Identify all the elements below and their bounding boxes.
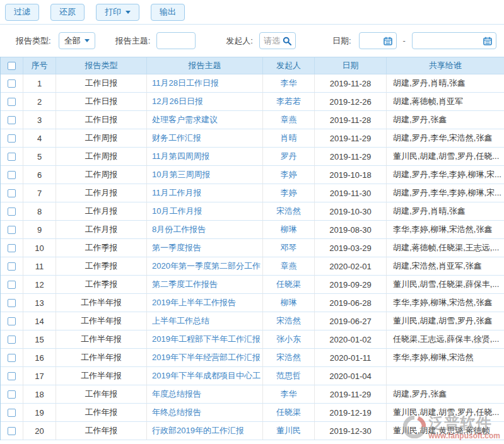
report-subject-link[interactable]: 10月第三周周报 xyxy=(152,169,210,180)
initiator-link[interactable]: 任晓渠 xyxy=(276,279,301,290)
subject-input[interactable] xyxy=(156,32,196,49)
initiator-link[interactable]: 李华 xyxy=(281,78,297,89)
initiator-link[interactable]: 李若若 xyxy=(276,96,301,107)
report-subject-link[interactable]: 2019年下半年经营部工作汇报 xyxy=(152,352,261,363)
column-header-subject: 报告主题 xyxy=(147,57,263,74)
calendar-icon[interactable] xyxy=(483,37,492,45)
initiator-link[interactable]: 宋浩然 xyxy=(276,315,301,327)
initiator-link[interactable]: 章燕 xyxy=(281,260,297,272)
report-type: 工作年报 xyxy=(56,385,147,403)
row-checkbox[interactable] xyxy=(8,207,16,216)
report-subject-link[interactable]: 2020年第一季度第二部分工作 xyxy=(152,260,261,272)
table-row: 1 工作日报 11月28日工作日报 李华 2019-11-28 胡建,罗丹,肖晴… xyxy=(1,74,504,93)
initiator-link[interactable]: 宋浩然 xyxy=(276,206,301,217)
filter-button[interactable]: 过滤 xyxy=(5,4,39,21)
row-checkbox[interactable] xyxy=(8,189,16,197)
report-type: 工作季报 xyxy=(56,276,147,293)
row-checkbox-cell xyxy=(1,404,23,421)
row-number: 14 xyxy=(23,312,56,330)
row-number: 15 xyxy=(23,330,56,348)
initiator-link[interactable]: 柳琳 xyxy=(281,297,297,308)
calendar-icon[interactable] xyxy=(384,37,392,45)
report-subject-link[interactable]: 年度总结报告 xyxy=(152,389,201,400)
initiator-link[interactable]: 李华 xyxy=(281,389,297,400)
row-checkbox[interactable] xyxy=(8,390,16,399)
report-subject-link[interactable]: 第一季度报告 xyxy=(152,242,201,254)
report-subject-link[interactable]: 11月第四周周报 xyxy=(152,151,210,162)
row-checkbox-cell xyxy=(1,294,23,312)
date-to-input[interactable] xyxy=(412,32,496,49)
report-subject-link[interactable]: 2019年工程部下半年工作汇报 xyxy=(152,334,261,345)
report-subject-link[interactable]: 10月工作月报 xyxy=(152,206,202,217)
column-header-shared-with: 共享给谁 xyxy=(387,57,504,74)
restore-button[interactable]: 还原 xyxy=(50,4,85,21)
report-subject-link[interactable]: 上半年工作总结 xyxy=(152,315,209,327)
row-checkbox-cell xyxy=(1,221,23,238)
table-row: 6 工作周报 10月第三周周报 李婷 2019-10-18 胡建,罗丹,李华,李… xyxy=(1,166,504,184)
row-checkbox[interactable] xyxy=(8,116,16,124)
initiator-link[interactable]: 章燕 xyxy=(281,114,297,126)
row-checkbox[interactable] xyxy=(8,171,16,179)
report-subject-link[interactable]: 年终总结报告 xyxy=(152,407,201,418)
row-checkbox[interactable] xyxy=(8,153,16,161)
report-date: 2019-11-29 xyxy=(315,129,387,147)
row-checkbox[interactable] xyxy=(8,79,16,88)
row-checkbox[interactable] xyxy=(8,427,16,435)
shared-with: 李华,李婷,柳琳,宋浩然,张鑫 xyxy=(387,294,504,312)
print-button[interactable]: 打印 xyxy=(96,4,139,21)
row-checkbox[interactable] xyxy=(8,244,16,252)
initiator-link[interactable]: 邓琴 xyxy=(281,242,297,254)
initiator-link[interactable]: 罗丹 xyxy=(281,151,297,162)
initiator-link[interactable]: 肖晴 xyxy=(281,132,297,144)
report-date: 2019-11-29 xyxy=(315,385,387,403)
report-subject-link[interactable]: 行政部2019年的工作汇报 xyxy=(152,425,244,436)
row-checkbox[interactable] xyxy=(8,262,16,271)
header-checkbox-cell xyxy=(1,57,23,74)
search-icon[interactable] xyxy=(283,37,291,45)
row-checkbox[interactable] xyxy=(8,299,16,307)
report-subject-link[interactable]: 11月28日工作日报 xyxy=(152,78,219,89)
select-all-checkbox[interactable] xyxy=(8,62,16,70)
report-subject-link[interactable]: 11月工作月报 xyxy=(152,187,202,199)
row-checkbox[interactable] xyxy=(8,409,16,417)
initiator-link[interactable]: 任晓渠 xyxy=(276,407,301,418)
table-row: 11 工作季报 2020年第一季度第二部分工作 章燕 2020-02-01 胡建… xyxy=(1,257,504,276)
row-checkbox[interactable] xyxy=(8,281,16,289)
report-subject-link[interactable]: 2019年下半年成都项目中心工 xyxy=(152,370,261,382)
row-checkbox[interactable] xyxy=(8,317,16,325)
report-subject-link[interactable]: 第二季度工作报告 xyxy=(152,279,218,290)
row-checkbox-cell xyxy=(1,367,23,385)
row-checkbox[interactable] xyxy=(8,98,16,106)
row-checkbox[interactable] xyxy=(8,336,16,344)
report-date: 2019-06-28 xyxy=(315,294,387,312)
date-label: 日期: xyxy=(332,35,351,47)
report-date: 2019-11-28 xyxy=(315,74,387,92)
report-subject-link[interactable]: 财务工作汇报 xyxy=(152,132,201,144)
shared-with: 任晓渠,王志远,薛保丰,徐贤,... xyxy=(387,330,504,348)
table-row: 5 工作周报 11月第四周周报 罗丹 2019-11-29 董川民,胡建,胡雪,… xyxy=(1,148,504,166)
row-checkbox-cell xyxy=(1,202,23,220)
report-subject-link[interactable]: 8月份工作报告 xyxy=(152,224,206,235)
row-checkbox[interactable] xyxy=(8,372,16,380)
initiator-picker[interactable]: 请选 xyxy=(259,32,296,49)
report-type: 工作半年报 xyxy=(56,312,147,330)
initiator-link[interactable]: 董川民 xyxy=(276,425,301,436)
row-checkbox[interactable] xyxy=(8,226,16,234)
initiator-link[interactable]: 柳琳 xyxy=(281,224,297,235)
initiator-link[interactable]: 宋浩然 xyxy=(276,352,301,363)
initiator-link[interactable]: 张小东 xyxy=(276,334,301,345)
initiator-link[interactable]: 范思哲 xyxy=(276,370,301,382)
report-subject-link[interactable]: 2019年上半年工作报告 xyxy=(152,297,236,308)
initiator-link[interactable]: 李婷 xyxy=(281,169,297,180)
report-type-label: 报告类型: xyxy=(16,35,51,47)
shared-with: 董川民,胡建,胡雪,罗丹,张鑫 xyxy=(387,312,504,330)
report-subject-link[interactable]: 处理客户需求建议 xyxy=(152,114,218,126)
row-checkbox[interactable] xyxy=(8,134,16,143)
export-button[interactable]: 输出 xyxy=(151,4,185,21)
report-type-select[interactable]: 全部 xyxy=(59,32,95,49)
report-date: 2019-11-29 xyxy=(315,148,387,165)
row-checkbox[interactable] xyxy=(8,354,16,362)
initiator-link[interactable]: 李婷 xyxy=(281,187,297,199)
date-from-input[interactable] xyxy=(359,32,397,49)
report-subject-link[interactable]: 12月26日日报 xyxy=(152,96,203,107)
